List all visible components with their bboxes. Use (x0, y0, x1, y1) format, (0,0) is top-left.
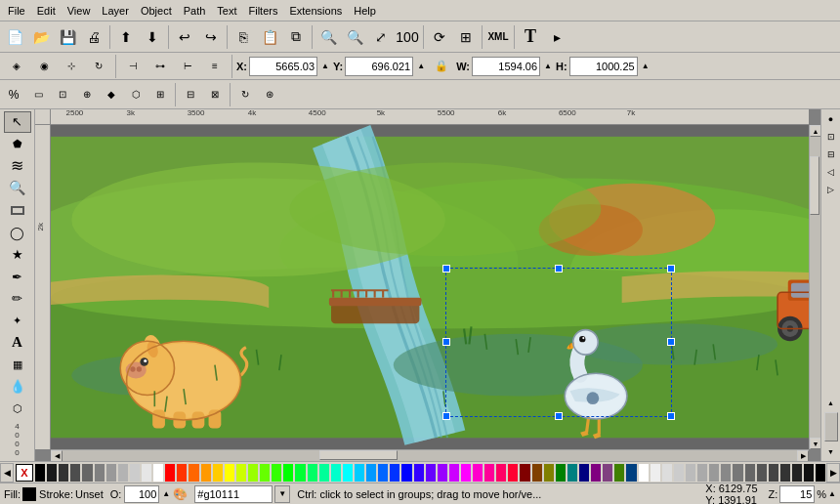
palette-color[interactable] (153, 464, 164, 482)
palette-color[interactable] (544, 464, 555, 482)
snap-center-btn[interactable]: ⊛ (258, 83, 281, 106)
palette-color[interactable] (804, 464, 815, 482)
snap-guide-btn[interactable]: ⊟ (179, 83, 202, 106)
palette-color[interactable] (283, 464, 294, 482)
ellipse-tool[interactable]: ◯ (4, 223, 31, 244)
palette-color[interactable] (626, 464, 637, 482)
palette-color[interactable] (745, 464, 756, 482)
h-input[interactable] (569, 57, 638, 76)
new-button[interactable]: 📄 (2, 24, 27, 50)
palette-color[interactable] (733, 464, 743, 482)
copy-button[interactable]: ⎘ (231, 24, 256, 50)
palette-color[interactable] (401, 464, 412, 482)
align-button[interactable]: ⊞ (453, 24, 479, 50)
print-button[interactable]: 🖨 (81, 24, 106, 50)
palette-color[interactable] (757, 464, 768, 482)
palette-color[interactable] (343, 464, 354, 482)
palette-color[interactable] (142, 464, 152, 482)
palette-color[interactable] (201, 464, 212, 482)
palette-color[interactable] (769, 464, 779, 482)
snap-bbox-edge-btn[interactable]: ⊡ (51, 83, 74, 106)
palette-color[interactable] (792, 464, 803, 482)
palette-color[interactable] (603, 464, 613, 482)
h-spin-up[interactable]: ▲ (640, 54, 651, 79)
snap-mid-btn[interactable]: ⊞ (148, 83, 172, 106)
palette-color[interactable] (556, 464, 567, 482)
right-scroll-down[interactable]: ▼ (823, 443, 839, 459)
snap-grid-btn[interactable]: ⊠ (203, 83, 227, 106)
palette-color[interactable] (390, 464, 400, 482)
palette-color[interactable] (59, 464, 69, 482)
palette-color[interactable] (721, 464, 732, 482)
align-center-btn[interactable]: ⊶ (147, 54, 173, 79)
palette-color[interactable] (366, 464, 377, 482)
menu-object[interactable]: Object (135, 3, 178, 19)
marker-start-btn[interactable]: ◁ (823, 164, 839, 180)
right-scroll-thumb[interactable] (824, 412, 838, 441)
palette-none[interactable]: X (16, 464, 33, 482)
align-right-btn[interactable]: ⊢ (175, 54, 200, 79)
palette-color[interactable] (709, 464, 720, 482)
palette-color[interactable] (165, 464, 176, 482)
horizontal-scrollbar[interactable]: ◀ ▶ (51, 449, 809, 461)
menu-view[interactable]: View (62, 3, 97, 19)
palette-color[interactable] (236, 464, 247, 482)
palette-color[interactable] (295, 464, 306, 482)
color-picker-icon[interactable]: 🎨 (173, 487, 188, 501)
xml-editor-button[interactable]: XML (485, 24, 511, 50)
palette-color[interactable] (567, 464, 578, 482)
snap-nodes-btn[interactable]: ◆ (100, 83, 123, 106)
pencil-tool[interactable]: ✏ (4, 288, 31, 310)
save-button[interactable]: 💾 (55, 24, 80, 50)
palette-color[interactable] (70, 464, 81, 482)
vertical-scrollbar[interactable]: ▲ ▼ (809, 125, 820, 449)
palette-color[interactable] (579, 464, 590, 482)
palette-color[interactable] (816, 464, 826, 482)
palette-color[interactable] (308, 464, 318, 482)
palette-color[interactable] (189, 464, 199, 482)
vscroll-down[interactable]: ▼ (810, 438, 820, 449)
import-button[interactable]: ⬆ (113, 24, 139, 50)
hscroll-track[interactable] (63, 450, 797, 461)
palette-color[interactable] (697, 464, 708, 482)
vscroll-thumb[interactable] (810, 156, 819, 215)
palette-color[interactable] (331, 464, 342, 482)
menu-text[interactable]: Text (211, 3, 242, 19)
palette-color[interactable] (213, 464, 224, 482)
pen-tool[interactable]: ✒ (4, 267, 31, 288)
palette-color[interactable] (106, 464, 117, 482)
x-input[interactable] (249, 57, 317, 76)
palette-color[interactable] (426, 464, 437, 482)
marker-end-btn[interactable]: ▷ (823, 182, 839, 197)
zoom-100-button[interactable]: 100 (395, 24, 420, 50)
hscroll-thumb[interactable] (319, 450, 398, 460)
palette-color[interactable] (651, 464, 661, 482)
zoom-out-button[interactable]: 🔍 (342, 24, 367, 50)
connector-tool[interactable]: ⬡ (4, 399, 31, 420)
palette-color[interactable] (272, 464, 282, 482)
export-button[interactable]: ⬇ (140, 24, 165, 50)
snap-nodes-path-btn[interactable]: ⬡ (124, 83, 147, 106)
select-same-btn[interactable]: ◉ (31, 54, 57, 79)
y-input[interactable] (345, 57, 413, 76)
text-tool[interactable]: A (4, 332, 31, 354)
palette-color[interactable] (686, 464, 696, 482)
object-id-input[interactable] (194, 485, 273, 503)
w-spin-up[interactable]: ▲ (542, 54, 554, 79)
select-all-btn[interactable]: ◈ (4, 54, 29, 79)
palette-color[interactable] (532, 464, 543, 482)
snap-rotation-btn[interactable]: ↻ (233, 83, 257, 106)
hscroll-right[interactable]: ▶ (797, 450, 809, 461)
palette-color[interactable] (35, 464, 46, 482)
palette-color[interactable] (118, 464, 129, 482)
palette-color[interactable] (82, 464, 93, 482)
menu-help[interactable]: Help (348, 3, 382, 19)
transform-button[interactable]: ⟳ (427, 24, 452, 50)
palette-color[interactable] (484, 464, 495, 482)
undo-button[interactable]: ↩ (172, 24, 197, 50)
text-btn[interactable]: T (518, 24, 543, 50)
palette-color[interactable] (378, 464, 389, 482)
palette-color[interactable] (177, 464, 188, 482)
tweak-tool[interactable]: ≋ (4, 155, 31, 177)
transform-handle-btn[interactable]: ⊹ (59, 54, 84, 79)
